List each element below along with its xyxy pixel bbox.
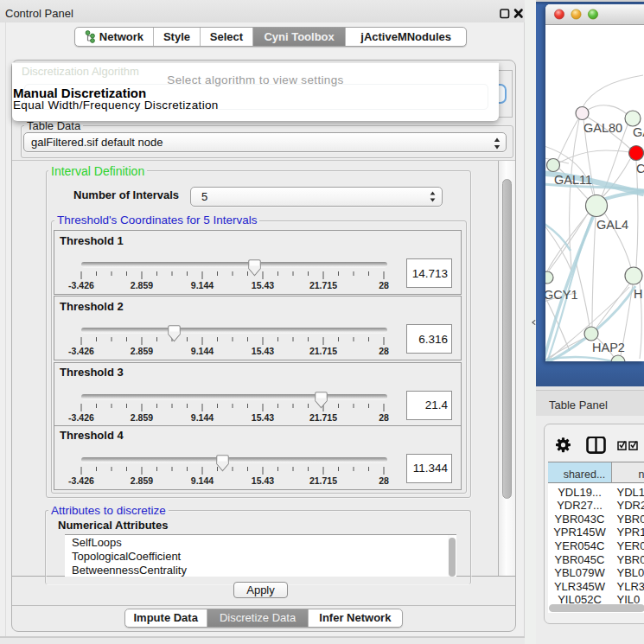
svg-text:HAP2: HAP2 bbox=[592, 341, 625, 354]
svg-text:GAL80: GAL80 bbox=[583, 121, 622, 135]
svg-text:GAL4: GAL4 bbox=[596, 218, 628, 232]
svg-text:GA: GA bbox=[633, 125, 644, 139]
svg-text:GAL11: GAL11 bbox=[554, 173, 592, 187]
svg-text:H: H bbox=[634, 287, 642, 301]
svg-text:GCY1: GCY1 bbox=[545, 288, 578, 302]
svg-text:C: C bbox=[636, 162, 644, 175]
